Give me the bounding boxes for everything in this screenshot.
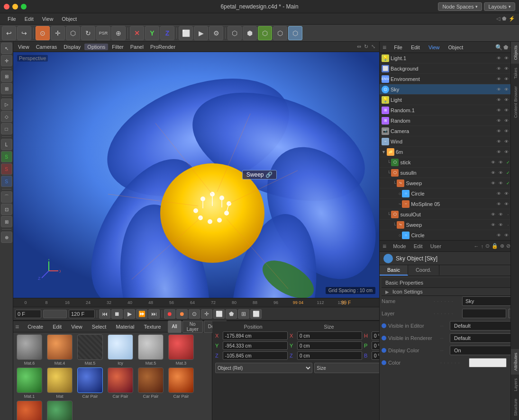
lt-s3[interactable]: S [1, 176, 12, 187]
mograph-btn[interactable]: ⬡ [273, 26, 287, 40]
play-forward-btn[interactable]: ⏩ [136, 309, 147, 319]
material-item[interactable]: Mat [15, 401, 44, 420]
layouts-dropdown[interactable]: Layouts [484, 2, 515, 11]
obj-mospline[interactable]: ~ ~ MoSpline 05 👁 👁 ✓ [380, 199, 519, 209]
lt-render[interactable]: ▷ [1, 98, 12, 110]
obj-environment[interactable]: ENV Environment 👁 👁 · [380, 74, 519, 84]
render-settings2-btn[interactable]: ⚙ [209, 26, 223, 40]
obj-camera[interactable]: 📷 Camera 👁 👁 · [380, 126, 519, 136]
attr-color-swatch[interactable] [469, 358, 507, 367]
start-frame-input[interactable] [15, 310, 41, 318]
obj-sweep1[interactable]: └ ⤷ Sweep 👁 👁 ✓ [380, 178, 519, 188]
lt-fill[interactable]: ⊡ [1, 204, 12, 215]
attr-nav-add[interactable]: ⊕ [500, 243, 504, 249]
record-btn[interactable]: ⏺ [164, 309, 175, 319]
material-item[interactable]: Mat.3 [167, 334, 195, 366]
obj-light[interactable]: 💡 Light 👁 👁 · [380, 95, 519, 105]
lt-axis[interactable]: ⊕ [1, 232, 12, 243]
lt-stamp[interactable]: ⊞ [1, 216, 12, 227]
obj-object[interactable]: Object [446, 44, 466, 51]
attr-tab-basic[interactable]: Basic [380, 265, 408, 276]
mat-edit[interactable]: Edit [50, 323, 64, 330]
attr-vis-editor-select[interactable]: Default On Off [450, 321, 517, 331]
nurbs-btn[interactable]: ⬢ [243, 26, 257, 40]
material-item[interactable]: Mat.6 [15, 334, 44, 366]
lt-extrude[interactable]: □ [1, 123, 12, 134]
render-preview-btn[interactable]: ▶ [194, 26, 208, 40]
minimize-button[interactable] [12, 4, 18, 9]
obj-edit[interactable]: Edit [408, 44, 423, 51]
mat-view[interactable]: View [68, 323, 85, 330]
vtab-attributes[interactable]: Attributes [511, 349, 519, 375]
material-item[interactable]: Car Pair [167, 367, 195, 399]
size-y-input[interactable] [297, 341, 362, 350]
obj-wind[interactable]: ~ Wind 👁 👁 · [380, 136, 519, 147]
undo-button[interactable]: ↩ [2, 26, 16, 40]
material-item[interactable]: Mat [46, 367, 74, 399]
jump-end-btn[interactable]: ⏭ [148, 309, 160, 319]
viewport-rotate-icon[interactable]: ↻ [364, 44, 368, 50]
fcurve-btn[interactable]: ⬜ [213, 309, 225, 319]
menu-edit[interactable]: Edit [21, 15, 37, 23]
pos-x-input[interactable] [223, 331, 288, 340]
material-item[interactable]: Mat.5 [76, 334, 104, 366]
obj-6m[interactable]: ▼ 📁 6m 👁 👁 · [380, 147, 519, 157]
timeline-ruler[interactable]: 0 8 16 24 32 40 48 56 64 72 80 88 96 99 … [13, 298, 379, 307]
obj-6m-expand[interactable]: ▼ [382, 150, 386, 154]
sculpt-btn[interactable]: ⬡ [288, 26, 302, 40]
attr-nav-back[interactable]: ← [474, 243, 479, 249]
obj-circle1[interactable]: ○ ○ Circle 👁 👁 ✓ [380, 188, 519, 199]
maximize-button[interactable] [21, 4, 27, 9]
mat-filter-nolayer[interactable]: No Layer [182, 321, 203, 333]
rot-p-input[interactable] [372, 341, 379, 350]
end-frame-input[interactable] [69, 310, 95, 318]
pos-z-input[interactable] [223, 351, 288, 360]
menu-object[interactable]: Object [58, 15, 81, 23]
material-item[interactable]: Mat.4 [46, 334, 74, 366]
vtab-takes[interactable]: Takes [511, 64, 519, 83]
obj-circle2[interactable]: ○ ○ Circle 👁 👁 ✓ [380, 230, 519, 240]
lt-grid[interactable]: ⊞ [1, 83, 12, 94]
close-button[interactable] [4, 4, 9, 9]
deformer-btn[interactable]: ⬡ [258, 26, 272, 40]
material-item[interactable]: Car Pair [106, 367, 135, 399]
materials-hamburger[interactable] [15, 323, 19, 331]
size-z-input[interactable] [297, 351, 362, 360]
obj-bookmark[interactable]: ⬟ [503, 44, 508, 51]
auto-key-btn[interactable]: ⊙ [189, 309, 200, 319]
attr-nav-down[interactable]: ⊙ [485, 243, 490, 249]
obj-susulln[interactable]: └ ⬡ susulln 👁 👁 ✓ [380, 168, 519, 178]
rot-h-input[interactable] [372, 331, 379, 340]
obj-light1[interactable]: 💡 Light.1 👁 👁 ✓ [380, 53, 519, 63]
viewport-options[interactable]: Options [84, 44, 108, 50]
attr-nav-lock[interactable]: 🔒 [492, 243, 498, 249]
vtab-content[interactable]: Content Browser [511, 82, 519, 122]
material-item[interactable]: Mat.1 [46, 401, 74, 420]
vtab-objects[interactable]: Objects [511, 42, 519, 64]
viewport-filter[interactable]: Filter [109, 44, 126, 50]
live-select-button[interactable]: ⊙ [36, 26, 50, 40]
y-axis-btn[interactable]: Y [145, 26, 159, 40]
rotate-button[interactable]: ↻ [81, 26, 95, 40]
node-spaces-dropdown[interactable]: Node Spaces [438, 2, 482, 11]
play-btn[interactable]: ▶ [124, 309, 135, 319]
attr-user-btn[interactable]: User [428, 243, 444, 250]
obj-search[interactable]: 🔍 [495, 44, 502, 51]
objects-hamburger[interactable] [382, 44, 386, 51]
viewport-canvas[interactable]: Perspective Sweep 🔗 Grid Spacing : 10 cm… [13, 52, 379, 298]
viewport-move-icon[interactable]: ⇔ [357, 44, 361, 50]
lt-move[interactable]: ✛ [1, 55, 12, 66]
attr-hamburger[interactable] [382, 242, 386, 250]
motion-btn[interactable]: ✛ [201, 309, 212, 319]
object-mode-button[interactable]: ⊕ [111, 26, 126, 40]
lt-pointer[interactable]: ↖ [1, 43, 12, 54]
obj-background[interactable]: ⬜ Background 👁 👁 · [380, 63, 519, 74]
material-item[interactable]: Icy [106, 334, 135, 366]
attr-edit-btn[interactable]: Edit [411, 243, 426, 250]
viewport-display[interactable]: Display [61, 44, 83, 50]
obj-stick[interactable]: └ ⬡ stick 👁 👁 ✓ [380, 157, 519, 168]
icon-settings-section[interactable]: ▶ Icon Settings [382, 288, 517, 296]
cube-btn[interactable]: ⬡ [228, 26, 242, 40]
scale-button[interactable]: ⬡ [66, 26, 80, 40]
attr-nav-remove[interactable]: ⊘ [506, 243, 510, 249]
